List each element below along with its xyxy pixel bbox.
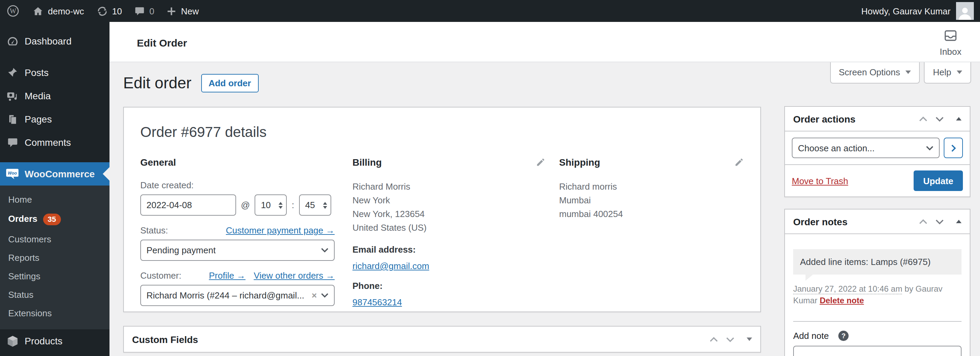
note-date: January 27, 2022 at 10:46 am: [793, 284, 902, 294]
toggle-panel-icon[interactable]: [956, 220, 961, 223]
order-general-column: General Date created: 2022-04-08 @ 10 : …: [140, 157, 352, 308]
screen-options-tab[interactable]: Screen Options: [830, 62, 920, 83]
comments-count: 0: [149, 6, 154, 16]
activity-inbox-button[interactable]: Inbox: [928, 28, 973, 57]
sidebar-item-products[interactable]: Products: [0, 329, 110, 353]
user-avatar[interactable]: [956, 2, 974, 20]
submenu-item-status[interactable]: Status: [0, 286, 110, 304]
shipping-heading: Shipping: [559, 157, 600, 168]
sidebar-item-dashboard[interactable]: Dashboard: [0, 29, 110, 53]
move-down-icon[interactable]: [935, 116, 944, 121]
site-menu[interactable]: demo-wc: [26, 0, 90, 22]
move-up-icon[interactable]: [710, 337, 718, 342]
chevron-down-icon: [321, 293, 328, 298]
edit-shipping-pencil-icon[interactable]: [734, 158, 744, 167]
move-up-icon[interactable]: [919, 116, 927, 121]
sidebar-item-media[interactable]: Media: [0, 84, 110, 107]
wordpress-logo-icon: W: [6, 4, 20, 18]
customer-payment-page-link[interactable]: Customer payment page →: [226, 225, 335, 236]
move-down-icon[interactable]: [726, 337, 734, 342]
move-to-trash-link[interactable]: Move to Trash: [792, 176, 848, 186]
help-tab[interactable]: Help: [924, 62, 972, 83]
chevron-down-icon: [321, 248, 328, 252]
dashboard-gauge-icon: [0, 35, 25, 48]
chevron-down-icon: [906, 70, 911, 74]
order-date-input[interactable]: 2022-04-08: [140, 195, 236, 216]
add-order-button[interactable]: Add order: [201, 74, 258, 93]
toggle-panel-icon[interactable]: [956, 117, 961, 120]
submenu-item-home[interactable]: Home: [0, 190, 110, 209]
submenu-item-orders[interactable]: Orders35: [0, 209, 110, 230]
products-box-icon: [0, 334, 25, 348]
add-note-textarea[interactable]: [793, 346, 961, 356]
admin-bar: W demo-wc 10 0: [0, 0, 980, 22]
order-note-meta: January 27, 2022 at 10:46 am by Gaurav K…: [793, 283, 961, 307]
sidebar-item-label: Pages: [25, 113, 52, 125]
sidebar-item-label: Products: [25, 335, 63, 346]
move-down-icon[interactable]: [935, 219, 944, 224]
shipping-address-line: Mumbai: [559, 194, 744, 208]
choose-action-select[interactable]: Choose an action...: [792, 137, 940, 158]
wordpress-admin-screen: W demo-wc 10 0: [0, 0, 980, 356]
woocommerce-header: Edit Order Inbox: [110, 22, 980, 62]
order-status-select[interactable]: Pending payment: [140, 239, 335, 261]
submenu-item-customers[interactable]: Customers: [0, 230, 110, 249]
submenu-item-reports[interactable]: Reports: [0, 249, 110, 267]
comment-bubble-icon: [0, 137, 25, 148]
sidebar-item-comments[interactable]: Comments: [0, 131, 110, 154]
update-button[interactable]: Update: [914, 171, 963, 191]
billing-phone-link[interactable]: 9874563214: [352, 297, 402, 307]
page-breadcrumb: Edit Order: [137, 37, 187, 49]
order-minute-input[interactable]: 45: [299, 195, 331, 216]
sidebar-item-label: Posts: [25, 67, 49, 78]
billing-email-link[interactable]: richard@gmail.com: [352, 261, 429, 271]
comment-bubble-icon: [134, 5, 145, 16]
email-address-label: Email address:: [352, 244, 546, 255]
custom-fields-panel: Custom Fields: [123, 326, 761, 353]
order-notes-title: Order notes: [793, 216, 919, 227]
number-spinner-icon[interactable]: [323, 202, 327, 209]
order-details-title: Order #6977 details: [140, 124, 744, 140]
sidebar-item-pages[interactable]: Pages: [0, 107, 110, 131]
updates-count: 10: [112, 6, 122, 16]
order-actions-panel: Order actions Choose an action... Move t…: [784, 106, 970, 197]
admin-sidebar: Dashboard Posts Media Pages Comments: [0, 22, 110, 356]
status-label: Status:: [140, 225, 168, 236]
date-created-label: Date created:: [140, 180, 335, 190]
edit-billing-pencil-icon[interactable]: [536, 158, 546, 167]
chevron-down-icon: [926, 145, 934, 150]
new-content-menu[interactable]: New: [161, 0, 205, 22]
order-hour-input[interactable]: 10: [255, 195, 287, 216]
comments-menu[interactable]: 0: [128, 0, 160, 22]
move-up-icon[interactable]: [919, 219, 927, 224]
refresh-icon: [97, 5, 108, 17]
delete-note-link[interactable]: Delete note: [819, 296, 864, 305]
submenu-item-extensions[interactable]: Extensions: [0, 304, 110, 322]
menu-separator: [0, 53, 110, 61]
toggle-panel-icon[interactable]: [747, 337, 752, 341]
howdy-text[interactable]: Howdy, Gaurav Kumar: [861, 6, 951, 16]
at-symbol: @: [241, 200, 250, 210]
chevron-down-icon: [957, 70, 962, 74]
updates-menu[interactable]: 10: [90, 0, 128, 22]
order-shipping-column: Shipping Richard morris Mumbai mumbai 40…: [559, 157, 744, 308]
wordpress-logo-menu[interactable]: W: [0, 0, 26, 22]
submenu-item-settings[interactable]: Settings: [0, 267, 110, 286]
clear-selection-icon[interactable]: ×: [312, 290, 317, 300]
sidebar-item-posts[interactable]: Posts: [0, 61, 110, 84]
view-other-orders-link[interactable]: View other orders →: [253, 270, 335, 281]
plus-icon: [167, 6, 177, 16]
profile-link[interactable]: Profile →: [209, 270, 246, 281]
order-note-item: Added line items: Lamps (#6975): [793, 249, 961, 275]
order-billing-column: Billing Richard Morris New York New York…: [352, 157, 559, 308]
question-mark-icon[interactable]: ?: [838, 330, 849, 341]
billing-address-line: New York, 123654: [352, 208, 546, 221]
shipping-address-line: mumbai 400254: [559, 208, 744, 221]
sidebar-item-woocommerce[interactable]: Woo WooCommerce: [0, 162, 110, 185]
number-spinner-icon[interactable]: [278, 202, 283, 209]
apply-action-button[interactable]: [944, 137, 963, 158]
custom-fields-title: Custom Fields: [132, 334, 710, 345]
customer-label: Customer:: [140, 270, 181, 281]
customer-select[interactable]: Richard Morris (#244 – richard@gmail... …: [140, 285, 335, 306]
order-data-panel: Order #6977 details General Date created…: [123, 107, 761, 312]
